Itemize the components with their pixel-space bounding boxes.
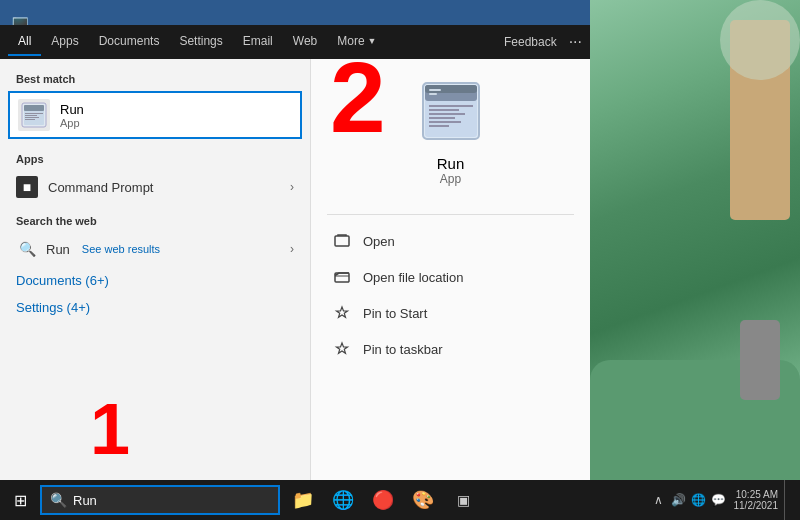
chevron-right-icon: › — [290, 180, 294, 194]
best-match-label: Best match — [0, 69, 310, 89]
run-large-icon — [419, 79, 483, 143]
pin-taskbar-label: Pin to taskbar — [363, 342, 443, 357]
search-web-icon: 🔍 — [16, 238, 38, 260]
svg-rect-17 — [429, 89, 441, 91]
tab-documents[interactable]: Documents — [89, 28, 170, 56]
search-web-item[interactable]: 🔍 Run See web results › — [0, 231, 310, 267]
open-icon — [333, 232, 351, 250]
svg-rect-15 — [429, 121, 461, 123]
run-app-icon — [18, 99, 50, 131]
svg-rect-4 — [25, 115, 37, 116]
app-preview-icon — [415, 75, 487, 147]
taskbar-app-file-explorer[interactable]: 📁 — [284, 480, 322, 520]
tray-network-icon[interactable]: 🌐 — [690, 491, 708, 509]
documents-item[interactable]: Documents (6+) — [0, 267, 310, 294]
svg-rect-5 — [25, 117, 39, 118]
svg-rect-6 — [25, 119, 35, 120]
tray-notification-icon[interactable]: 💬 — [710, 491, 728, 509]
apps-section-label: Apps — [0, 149, 310, 169]
app-name: Run — [437, 155, 465, 172]
start-nav: All Apps Documents Settings Email Web Mo… — [0, 25, 590, 59]
best-match-text: Run App — [60, 102, 84, 129]
settings-item[interactable]: Settings (4+) — [0, 294, 310, 321]
svg-rect-3 — [25, 113, 43, 114]
action-open[interactable]: Open — [327, 223, 574, 259]
open-label: Open — [363, 234, 395, 249]
svg-rect-18 — [429, 93, 437, 95]
start-button[interactable]: ⊞ — [0, 480, 40, 520]
taskbar-apps: 📁 🌐 🔴 🎨 ▣ — [280, 480, 482, 520]
best-match-item[interactable]: Run App — [8, 91, 302, 139]
clock-area[interactable]: 10:25 AM 11/2/2021 — [734, 489, 779, 511]
svg-rect-13 — [429, 113, 465, 115]
see-web-results-label: See web results — [82, 243, 160, 255]
open-file-location-label: Open file location — [363, 270, 463, 285]
clock-time: 10:25 AM — [736, 489, 778, 500]
tab-email[interactable]: Email — [233, 28, 283, 56]
start-body: Best match — [0, 59, 590, 480]
tray-volume-icon[interactable]: 🔊 — [670, 491, 688, 509]
chevron-down-icon: ▼ — [368, 36, 377, 46]
search-chevron-icon: › — [290, 242, 294, 256]
left-panel: Best match — [0, 59, 310, 480]
command-prompt-label: Command Prompt — [48, 180, 153, 195]
pin-start-label: Pin to Start — [363, 306, 427, 321]
svg-rect-16 — [429, 125, 449, 127]
svg-rect-14 — [429, 117, 455, 119]
taskbar-search-text: Run — [73, 493, 97, 508]
tab-settings[interactable]: Settings — [169, 28, 232, 56]
system-tray: ∧ 🔊 🌐 💬 — [650, 491, 728, 509]
search-web-label: Search the web — [0, 211, 310, 231]
right-panel: Run App Open Open file location — [310, 59, 590, 480]
taskbar: ⊞ 🔍 Run 📁 🌐 🔴 🎨 ▣ ∧ 🔊 🌐 💬 10:25 AM 11/2/… — [0, 480, 800, 520]
best-match-type: App — [60, 117, 84, 129]
svg-rect-12 — [429, 109, 459, 111]
taskbar-app-2[interactable]: ▣ — [444, 480, 482, 520]
svg-rect-19 — [335, 236, 349, 246]
tab-all[interactable]: All — [8, 28, 41, 56]
tray-chevron-icon[interactable]: ∧ — [650, 491, 668, 509]
divider — [327, 214, 574, 215]
taskbar-right: ∧ 🔊 🌐 💬 10:25 AM 11/2/2021 — [650, 480, 801, 520]
command-prompt-icon: ■ — [16, 176, 38, 198]
taskbar-app-1[interactable]: 🔴 — [364, 480, 402, 520]
start-menu: All Apps Documents Settings Email Web Mo… — [0, 25, 590, 480]
action-open-file-location[interactable]: Open file location — [327, 259, 574, 295]
app-preview: Run App — [327, 75, 574, 186]
tab-apps[interactable]: Apps — [41, 28, 88, 56]
svg-rect-11 — [429, 105, 473, 107]
desktop: 💻 This PC 🗑️ Recycle Bin 🌐 Google Chrome… — [0, 0, 800, 520]
app-type: App — [440, 172, 461, 186]
taskbar-app-photoshop[interactable]: 🎨 — [404, 480, 442, 520]
wallpaper — [590, 0, 800, 480]
command-prompt-item[interactable]: ■ Command Prompt › — [0, 169, 310, 205]
pin-start-icon — [333, 304, 351, 322]
action-pin-start[interactable]: Pin to Start — [327, 295, 574, 331]
svg-rect-2 — [24, 105, 44, 111]
feedback-button[interactable]: Feedback — [504, 35, 557, 49]
run-icon-svg — [20, 101, 48, 129]
nav-right: Feedback ··· — [504, 33, 582, 51]
best-match-name: Run — [60, 102, 84, 117]
pin-taskbar-icon — [333, 340, 351, 358]
tab-web[interactable]: Web — [283, 28, 327, 56]
show-desktop-button[interactable] — [784, 480, 790, 520]
taskbar-app-edge[interactable]: 🌐 — [324, 480, 362, 520]
clock-date: 11/2/2021 — [734, 500, 779, 511]
open-file-location-icon — [333, 268, 351, 286]
more-options-button[interactable]: ··· — [569, 33, 582, 51]
search-web-name: Run — [46, 242, 70, 257]
tab-more[interactable]: More ▼ — [327, 28, 386, 56]
taskbar-search-box[interactable]: 🔍 Run — [40, 485, 280, 515]
taskbar-search-icon: 🔍 — [50, 492, 67, 508]
action-pin-taskbar[interactable]: Pin to taskbar — [327, 331, 574, 367]
